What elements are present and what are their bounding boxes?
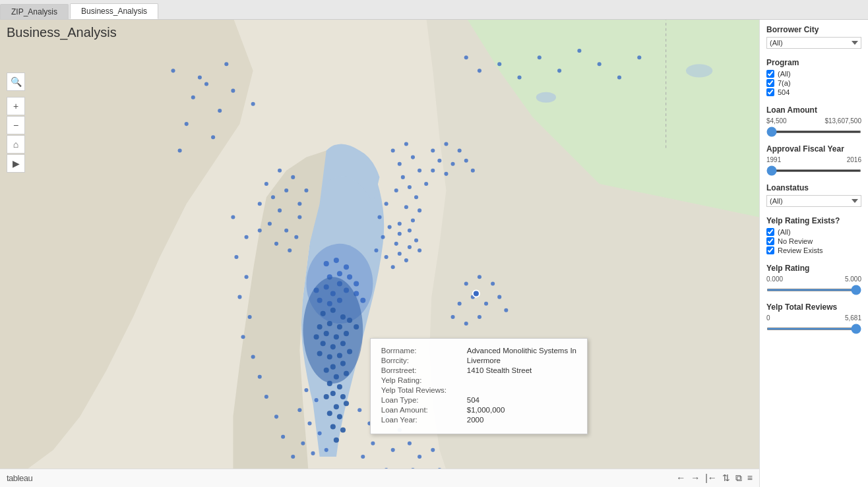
svg-point-47 — [424, 182, 428, 186]
loan-amount-slider-container — [766, 126, 861, 135]
loanstatus-select[interactable]: (All) — [766, 195, 861, 207]
svg-point-65 — [418, 248, 421, 252]
tooltip-row-yelp-rating: Yelp Rating: — [381, 376, 576, 384]
bottom-icons: ← → |← ⇅ ⧉ ≡ — [676, 473, 753, 484]
bottom-bar: tableau ← → |← ⇅ ⧉ ≡ — [0, 469, 759, 487]
svg-point-88 — [330, 308, 336, 313]
svg-point-114 — [340, 394, 346, 399]
svg-point-25 — [271, 195, 275, 199]
svg-point-104 — [347, 349, 352, 354]
svg-point-92 — [347, 318, 352, 323]
yelp-all-row: (All) — [766, 228, 861, 236]
svg-point-8 — [178, 148, 182, 152]
svg-point-129 — [311, 451, 315, 455]
tooltip-label-borrstreet: Borrstreet: — [381, 366, 467, 374]
svg-point-63 — [398, 252, 402, 256]
program-all-checkbox[interactable] — [766, 70, 774, 78]
zoom-out-button[interactable]: − — [7, 116, 25, 134]
tab-zip-analysis[interactable]: ZIP_Analysis — [0, 4, 69, 19]
svg-point-173 — [248, 315, 252, 319]
svg-point-138 — [408, 442, 412, 445]
svg-point-108 — [324, 368, 329, 373]
svg-point-98 — [340, 341, 346, 346]
svg-point-146 — [497, 295, 501, 299]
program-7a-row: 7(a) — [766, 79, 861, 87]
tooltip-label-yelp-reviews: Yelp Total Reviews: — [381, 386, 467, 394]
tooltip-label-yelp-rating: Yelp Rating: — [381, 376, 467, 384]
svg-point-152 — [431, 148, 435, 152]
svg-point-75 — [354, 281, 359, 286]
tooltip-row-loan-year: Loan Year: 2000 — [381, 416, 576, 424]
svg-point-107 — [340, 361, 346, 366]
svg-point-110 — [344, 371, 349, 376]
svg-point-171 — [245, 275, 249, 279]
borrower-city-select[interactable]: (All) — [766, 37, 861, 49]
svg-point-121 — [340, 428, 346, 433]
yelp-rating-title: Yelp Rating — [766, 264, 861, 273]
svg-point-39 — [391, 148, 395, 152]
svg-point-149 — [464, 322, 468, 326]
zoom-in-button[interactable]: + — [7, 97, 25, 115]
svg-point-87 — [321, 311, 326, 316]
home-button[interactable]: ⌂ — [7, 135, 25, 154]
nav-first-icon[interactable]: |← — [705, 473, 717, 484]
yelp-no-review-checkbox[interactable] — [766, 237, 774, 245]
svg-point-151 — [458, 302, 462, 306]
svg-point-99 — [330, 344, 336, 349]
yelp-rating-min: 0.000 — [766, 275, 783, 283]
loan-amount-slider[interactable] — [766, 130, 861, 133]
svg-point-12 — [251, 102, 255, 106]
svg-point-34 — [297, 215, 301, 219]
yelp-rating-exists-title: Yelp Rating Exists? — [766, 216, 861, 225]
svg-point-9 — [211, 135, 215, 139]
fullscreen-icon[interactable]: ⧉ — [735, 473, 742, 484]
svg-point-91 — [337, 324, 342, 329]
svg-point-64 — [408, 245, 412, 249]
yelp-rating-slider[interactable] — [766, 289, 861, 291]
yelp-total-reviews-range-labels: 0 5,681 — [766, 314, 861, 322]
loanstatus-filter: Loanstatus (All) — [766, 183, 861, 207]
svg-point-170 — [234, 255, 238, 259]
approval-year-min: 1991 — [766, 156, 781, 163]
program-7a-checkbox[interactable] — [766, 79, 774, 87]
svg-point-40 — [404, 142, 408, 146]
approval-year-slider[interactable] — [766, 169, 861, 172]
tabs-bar: ZIP_Analysis Business_Analysis — [0, 0, 868, 20]
yelp-review-exists-checkbox[interactable] — [766, 246, 774, 254]
svg-point-2 — [191, 96, 195, 100]
yelp-all-checkbox[interactable] — [766, 228, 774, 236]
tooltip-value-borrstreet: 1410 Stealth Street — [467, 366, 532, 374]
tab-business-analysis[interactable]: Business_Analysis — [70, 3, 158, 19]
svg-point-174 — [241, 335, 245, 339]
svg-point-116 — [334, 404, 339, 409]
svg-point-42 — [398, 162, 402, 166]
svg-point-156 — [451, 162, 455, 166]
play-button[interactable]: ▶ — [7, 154, 25, 173]
svg-point-57 — [408, 229, 412, 233]
yelp-review-exists-label: Review Exists — [778, 246, 822, 254]
nav-forward-icon[interactable]: → — [691, 473, 700, 484]
svg-point-33 — [284, 229, 288, 233]
yelp-total-reviews-slider[interactable] — [766, 328, 861, 330]
main-container: Business_Analysis — [0, 20, 868, 487]
svg-point-179 — [281, 435, 285, 439]
search-button[interactable]: 🔍 — [7, 72, 25, 91]
svg-point-111 — [327, 381, 332, 386]
sort-icon[interactable]: ⇅ — [722, 473, 730, 484]
svg-point-27 — [291, 175, 295, 179]
svg-point-23 — [264, 182, 268, 186]
svg-point-142 — [478, 275, 481, 279]
nav-back-icon[interactable]: ← — [676, 473, 685, 484]
svg-point-175 — [251, 355, 255, 358]
svg-point-43 — [418, 169, 421, 173]
svg-point-101 — [314, 334, 319, 339]
menu-icon[interactable]: ≡ — [747, 473, 753, 484]
tooltip-row-borrname: Borrname: Advanced Monolithic Systems In — [381, 347, 576, 355]
tooltip-row-loan-type: Loan Type: 504 — [381, 396, 576, 404]
svg-point-169 — [245, 235, 249, 239]
loan-amount-min: $4,500 — [766, 117, 787, 125]
program-504-checkbox[interactable] — [766, 88, 774, 96]
yelp-review-exists-row: Review Exists — [766, 246, 861, 254]
loan-amount-max: $13,607,500 — [824, 117, 861, 125]
svg-point-125 — [297, 408, 301, 412]
